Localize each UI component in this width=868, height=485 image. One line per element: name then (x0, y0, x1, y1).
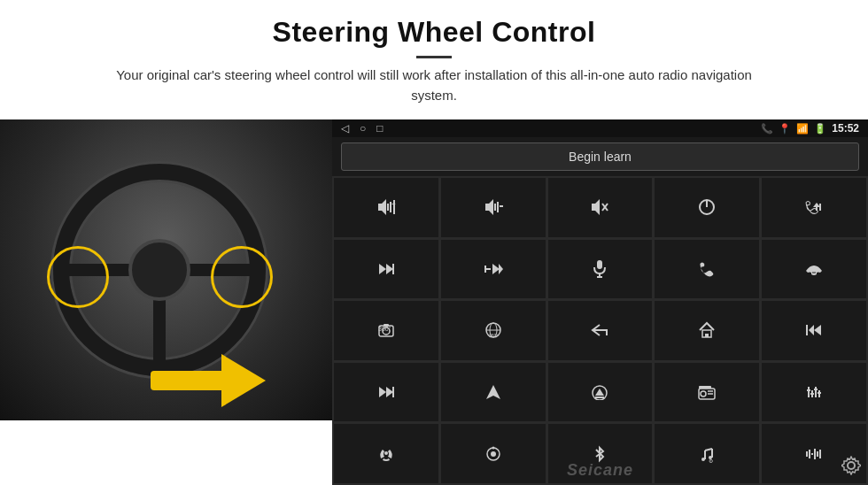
svg-text:⚙: ⚙ (709, 458, 713, 463)
svg-rect-52 (699, 386, 711, 389)
wheel-center (128, 239, 190, 301)
voice-button[interactable] (333, 423, 439, 484)
svg-marker-46 (595, 389, 604, 396)
phone-icon: 📞 (761, 123, 773, 135)
mic-button[interactable] (547, 239, 654, 300)
fast-forward-button[interactable] (333, 362, 439, 423)
status-right: 📞 📍 📶 🔋 15:52 (761, 122, 859, 135)
vol-up-button[interactable]: + (333, 177, 439, 238)
back-icon[interactable]: ◁ (341, 122, 349, 135)
call-prev-button[interactable] (761, 177, 867, 238)
vol-down-button[interactable] (440, 177, 546, 238)
bluetooth-button[interactable] (547, 423, 654, 484)
yellow-arrow (142, 354, 266, 407)
svg-marker-41 (379, 387, 386, 397)
svg-marker-5 (485, 199, 493, 215)
svg-text:360°: 360° (378, 326, 391, 332)
svg-rect-24 (597, 260, 602, 269)
back-button[interactable] (547, 300, 654, 361)
page-title: Steering Wheel Control (53, 16, 815, 49)
vol-mute-button[interactable] (547, 177, 654, 238)
call-button[interactable] (654, 239, 760, 300)
svg-marker-40 (809, 325, 814, 335)
svg-rect-37 (705, 334, 709, 337)
page-container: Steering Wheel Control Your original car… (0, 0, 868, 485)
nav-dots: ◁ ○ □ (341, 122, 384, 135)
svg-text:360°: 360° (489, 333, 498, 338)
settings-gear-button[interactable] (841, 456, 861, 480)
equalizer-button[interactable] (761, 362, 867, 423)
svg-marker-23 (499, 264, 503, 274)
arrow-head (221, 354, 266, 407)
svg-marker-17 (379, 264, 386, 274)
radio-button[interactable] (654, 362, 760, 423)
steering-bg (0, 119, 332, 420)
end-call-button[interactable] (761, 239, 867, 300)
svg-text:+: + (391, 200, 396, 208)
wifi-icon: 📶 (796, 123, 809, 135)
android-panel: ◁ ○ □ 📞 📍 📶 🔋 15:52 Begin learn + (332, 119, 868, 485)
subtitle: Your original car's steering wheel contr… (97, 65, 771, 105)
home-icon[interactable]: ○ (360, 122, 366, 135)
content-row: ◁ ○ □ 📞 📍 📶 🔋 15:52 Begin learn + (0, 119, 868, 485)
button-group-right (211, 246, 273, 308)
svg-line-67 (705, 449, 712, 450)
begin-learn-button[interactable]: Begin learn (341, 142, 859, 171)
button-group-left (47, 246, 109, 308)
svg-marker-0 (378, 199, 386, 215)
home-nav-button[interactable] (654, 300, 760, 361)
arrow-body (151, 371, 230, 390)
battery-icon: 🔋 (814, 123, 826, 135)
camera-button[interactable]: 360° (333, 300, 439, 361)
360-button[interactable]: 360° (440, 300, 546, 361)
svg-point-61 (384, 451, 388, 455)
svg-marker-39 (814, 325, 821, 335)
svg-marker-42 (386, 387, 393, 397)
steering-section (0, 119, 332, 420)
next-track-button[interactable] (333, 239, 439, 300)
svg-point-64 (492, 446, 494, 449)
svg-point-63 (491, 451, 496, 457)
music-button[interactable]: ⚙ (654, 423, 760, 484)
svg-marker-22 (492, 264, 500, 274)
eject-button[interactable] (547, 362, 654, 423)
status-bar: ◁ ○ □ 📞 📍 📶 🔋 15:52 (332, 119, 868, 137)
svg-point-49 (701, 391, 706, 396)
header-section: Steering Wheel Control Your original car… (0, 0, 868, 112)
svg-marker-9 (592, 199, 600, 215)
skip-next-button[interactable] (440, 239, 546, 300)
icon-grid: + (332, 176, 868, 485)
svg-marker-15 (813, 203, 820, 207)
settings-knob-button[interactable] (440, 423, 546, 484)
status-time: 15:52 (832, 122, 859, 135)
power-button[interactable] (654, 177, 760, 238)
recents-icon[interactable]: □ (376, 122, 383, 135)
prev-track-button[interactable] (761, 300, 867, 361)
svg-marker-44 (486, 385, 500, 399)
navigation-button[interactable] (440, 362, 546, 423)
title-divider (416, 56, 452, 58)
svg-point-75 (848, 462, 855, 469)
svg-marker-18 (386, 264, 393, 274)
location-icon: 📍 (779, 123, 791, 135)
